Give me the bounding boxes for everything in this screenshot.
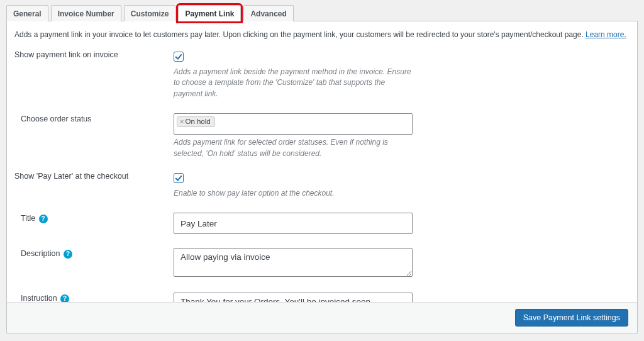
learn-more-link[interactable]: Learn more.: [586, 30, 626, 39]
intro-text-body: Adds a payment link in your invoice to l…: [14, 30, 584, 39]
tab-customize[interactable]: Customize: [124, 5, 176, 21]
order-status-label: Choose order status: [14, 109, 174, 169]
intro-text: Adds a payment link in your invoice to l…: [14, 30, 630, 39]
instruction-label: Instruction ?: [14, 289, 174, 302]
show-pay-later-desc: Enable to show pay later option at the c…: [174, 188, 413, 199]
show-link-label: Show payment link on invoice: [14, 48, 174, 109]
settings-panel: Adds a payment link in your invoice to l…: [6, 21, 638, 333]
footer-bar: Save Payment Link settings: [7, 302, 637, 333]
help-icon[interactable]: ?: [39, 215, 48, 223]
title-input[interactable]: [174, 213, 413, 234]
description-label: Description ?: [14, 244, 174, 289]
show-pay-later-label: Show 'Pay Later' at the checkout: [14, 169, 174, 209]
instruction-textarea[interactable]: [174, 293, 413, 302]
tab-general[interactable]: General: [6, 5, 48, 21]
show-link-desc: Adds a payment link beside the payment m…: [174, 67, 413, 99]
title-label-text: Title: [21, 214, 35, 223]
order-status-tag-label: On hold: [185, 118, 210, 125]
show-link-checkbox[interactable]: [174, 52, 184, 62]
order-status-select[interactable]: ×On hold: [174, 113, 413, 135]
description-label-text: Description: [21, 249, 60, 258]
tab-bar: General Invoice Number Customize Payment…: [6, 5, 638, 21]
help-icon[interactable]: ?: [60, 294, 69, 302]
tab-payment-link[interactable]: Payment Link: [178, 5, 241, 21]
tab-advanced[interactable]: Advanced: [243, 5, 293, 21]
title-label: Title ?: [14, 209, 174, 244]
instruction-label-text: Instruction: [21, 294, 57, 302]
description-textarea[interactable]: [174, 248, 413, 277]
order-status-desc: Adds payment link for selected order sta…: [174, 137, 413, 159]
close-icon[interactable]: ×: [180, 118, 184, 125]
save-button[interactable]: Save Payment Link settings: [515, 309, 628, 327]
order-status-tag[interactable]: ×On hold: [177, 116, 215, 127]
tab-invoice-number[interactable]: Invoice Number: [51, 5, 121, 21]
help-icon[interactable]: ?: [64, 250, 72, 259]
show-pay-later-checkbox[interactable]: [174, 173, 184, 183]
